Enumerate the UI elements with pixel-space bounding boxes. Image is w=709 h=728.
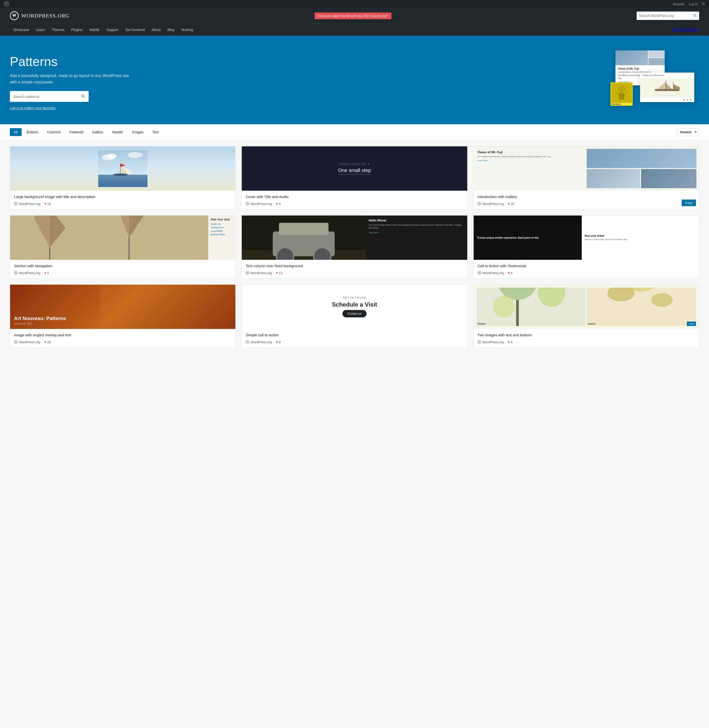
ships-illustration — [10, 215, 208, 260]
filter-tab-gallery[interactable]: Gallery — [88, 128, 107, 136]
heart-icon: ♥ — [276, 271, 278, 275]
wp-admin-icon — [4, 1, 9, 6]
pattern-card-4[interactable]: Plan Your Visit What's On Getting Here A… — [10, 215, 236, 278]
pattern-preview-6: "A truly unique artistic experience. Eac… — [474, 215, 699, 260]
hero-section: Patterns Add a beautifully designed, rea… — [0, 36, 709, 124]
cta-simple-btn[interactable]: Contact us — [343, 310, 366, 317]
svg-point-40 — [276, 248, 294, 260]
filter-tab-images[interactable]: Images — [128, 128, 147, 136]
admin-bar-right: Register Log In — [673, 2, 705, 6]
pattern-card-8[interactable]: GET IN TOUCH Schedule a Visit Contact us… — [242, 284, 467, 348]
gallery-images — [586, 149, 696, 188]
cta-action-right: Buy your ticket Reserve a ticket today, … — [582, 215, 699, 260]
pattern-preview-9: Flowers Insects Copy — [474, 285, 699, 329]
copy-button-inline[interactable]: Copy — [687, 322, 696, 326]
pattern-card-9[interactable]: Flowers Insects Copy Two images with tex… — [473, 284, 699, 348]
search-icon — [702, 2, 705, 6]
nav-links-panel: Plan Your Visit What's On Getting Here A… — [208, 215, 235, 260]
svg-line-3 — [696, 16, 696, 17]
filter-tab-columns[interactable]: Columns — [43, 128, 64, 136]
cta-btn-label: Buy your ticket — [585, 234, 696, 237]
pattern-meta-4: WordPress.org ♥ 5 — [14, 271, 231, 275]
admin-search-button[interactable] — [702, 2, 705, 6]
pattern-card-2[interactable]: TRAVELOGUE EP. 5 One small step Cover wi… — [242, 146, 467, 210]
pattern-meta-9: WordPress.org ♥ 4 — [478, 340, 695, 344]
nav-showcase[interactable]: Showcase — [10, 24, 33, 36]
copy-button-3[interactable]: Copy — [682, 199, 696, 206]
header-search — [637, 12, 699, 20]
hero-search-input[interactable] — [10, 95, 78, 99]
main-nav: Showcase Learn Themes Plugins Mobile Sup… — [10, 24, 197, 36]
pattern-card-3[interactable]: Views of Mt. Fuji An exhibition of early… — [473, 146, 699, 210]
pattern-author-2: WordPress.org — [246, 202, 272, 206]
hero-card-tarot: The Moon — [611, 82, 633, 106]
get-wordpress-button[interactable]: Get WordPress — [672, 28, 699, 32]
sailing-illustration — [98, 150, 147, 187]
pattern-info-5: Text column over fixed background WordPr… — [242, 260, 467, 278]
nav-blog[interactable]: Blog — [164, 24, 178, 36]
svg-rect-42 — [279, 223, 328, 235]
svg-point-0 — [702, 2, 704, 4]
site-header: WordPress.org Have you taken the WordPre… — [0, 8, 709, 36]
pattern-card-6[interactable]: "A truly unique artistic experience. Eac… — [473, 215, 699, 278]
nav-themes[interactable]: Themes — [48, 24, 68, 36]
filter-bar: All Buttons Columns Featured Gallery Hea… — [0, 124, 709, 140]
nav-mobile[interactable]: Mobile — [86, 24, 103, 36]
svg-rect-16 — [619, 94, 624, 99]
filter-tab-all[interactable]: All — [10, 128, 22, 136]
svg-rect-20 — [98, 175, 147, 187]
nav-panel-title: Plan Your Visit — [211, 218, 233, 221]
pattern-info-1: Large background image with title and de… — [10, 191, 235, 209]
pattern-author-3: WordPress.org — [478, 202, 504, 206]
pattern-card-1[interactable]: Large background image with title and de… — [10, 146, 236, 210]
pattern-card-5[interactable]: Hello Rover The Lunar Roving Vehicle (LR… — [242, 215, 467, 278]
gallery-link[interactable]: Learn More → — [478, 159, 584, 162]
text-col-link[interactable]: Learn More — [369, 232, 464, 234]
nav-get-involved[interactable]: Get Involved — [122, 24, 148, 36]
search-icon — [81, 94, 85, 98]
flowers-illustration — [477, 288, 586, 326]
heart-icon: ♥ — [44, 340, 46, 344]
pattern-title-2: Cover with Title and Audio — [246, 194, 463, 199]
nav-link-4[interactable]: Buying Tickets — [211, 233, 233, 236]
filter-tab-buttons[interactable]: Buttons — [23, 128, 42, 136]
header-top: WordPress.org Have you taken the WordPre… — [10, 8, 699, 24]
pattern-meta-6: WordPress.org ♥ 4 — [478, 271, 695, 275]
hero-search-button[interactable] — [78, 94, 89, 99]
survey-banner[interactable]: Have you taken the WordPress 2021 Survey… — [315, 13, 391, 19]
sort-dropdown[interactable]: Newest Oldest Popular — [677, 128, 699, 136]
pattern-meta-2: WordPress.org ♥ 6 — [246, 202, 463, 206]
svg-point-41 — [314, 248, 331, 260]
wordpress-icon — [14, 340, 18, 344]
login-link[interactable]: Log In — [689, 2, 698, 6]
header-search-input[interactable] — [637, 14, 691, 18]
pattern-info-8: Simple call to action WordPress.org ♥ 8 — [242, 329, 467, 347]
nav-about[interactable]: About — [148, 24, 164, 36]
moon-rover-illustration — [242, 215, 366, 260]
svg-point-4 — [82, 95, 84, 97]
pattern-title-7: Image with angled overlay and text — [14, 332, 231, 338]
pattern-title-8: Simple call to action — [246, 332, 463, 338]
header-search-button[interactable] — [691, 14, 699, 18]
nav-plugins[interactable]: Plugins — [68, 24, 86, 36]
nav-support[interactable]: Support — [103, 24, 122, 36]
header-logo: WordPress.org — [10, 11, 69, 20]
filter-tab-header[interactable]: Header — [108, 128, 127, 136]
pattern-card-7[interactable]: Art Nouveau: Patterns July 10-24, 2021 I… — [10, 284, 236, 348]
nav-link-1[interactable]: What's On — [211, 223, 233, 226]
gallery-title: Views of Mt. Fuji — [478, 150, 584, 154]
nav-link-2[interactable]: Getting Here — [211, 226, 233, 229]
pattern-info-7: Image with angled overlay and text WordP… — [10, 329, 235, 347]
register-link[interactable]: Register — [673, 2, 685, 6]
nav-learn[interactable]: Learn — [33, 24, 48, 36]
nav-hosting[interactable]: Hosting — [178, 24, 196, 36]
svg-marker-7 — [657, 82, 666, 89]
filter-tab-text[interactable]: Text — [149, 128, 163, 136]
hero-login-link[interactable]: Log in to collect your favorites — [10, 106, 55, 110]
pattern-info-2: Cover with Title and Audio WordPress.org… — [242, 191, 467, 209]
nav-container: Showcase Learn Themes Plugins Mobile Sup… — [10, 24, 699, 36]
pattern-preview-8: GET IN TOUCH Schedule a Visit Contact us — [242, 285, 467, 329]
nav-link-3[interactable]: Accessibility — [211, 230, 233, 232]
hero-preview-images: Views of Mt. Fuji An exhibition of early… — [605, 51, 699, 114]
filter-tab-featured[interactable]: Featured — [66, 128, 87, 136]
